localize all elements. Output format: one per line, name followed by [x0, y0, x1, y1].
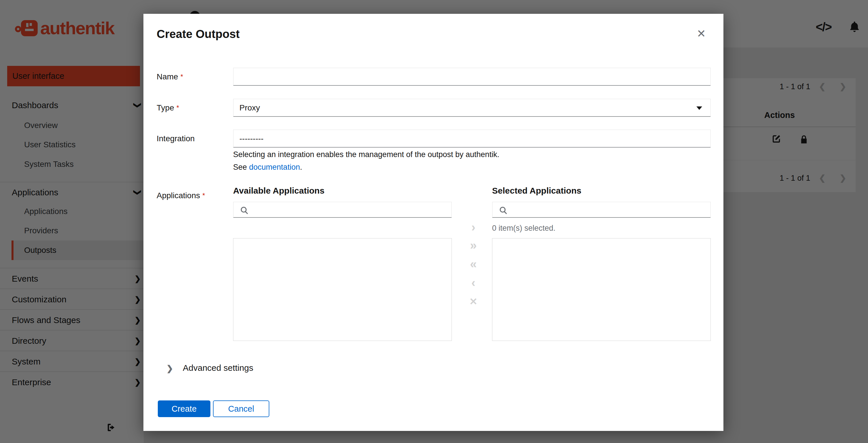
name-label: Name* — [157, 68, 183, 86]
applications-label-text: Applications — [157, 191, 200, 200]
name-input[interactable] — [233, 68, 711, 86]
move-all-left-icon[interactable]: « — [462, 258, 485, 270]
create-outpost-modal: Create Outpost ✕ Name* Type* Proxy Integ… — [144, 14, 723, 431]
move-selected-right-icon[interactable]: › — [462, 221, 485, 234]
integration-label-text: Integration — [157, 134, 194, 143]
required-asterisk: * — [181, 73, 183, 81]
available-search-input[interactable] — [233, 202, 452, 218]
see-suffix: . — [300, 163, 302, 172]
selected-applications-list[interactable] — [492, 238, 711, 341]
close-icon[interactable]: ✕ — [697, 27, 706, 40]
cancel-button[interactable]: Cancel — [213, 401, 269, 417]
available-applications-list[interactable] — [233, 238, 452, 341]
type-label: Type* — [157, 99, 179, 117]
move-selected-left-icon[interactable]: ‹ — [462, 276, 485, 289]
integration-select-value: --------- — [240, 134, 264, 143]
required-asterisk: * — [177, 104, 179, 112]
search-icon — [498, 205, 508, 215]
documentation-link[interactable]: documentation — [249, 163, 300, 172]
integration-help-text: Selecting an integration enables the man… — [233, 150, 499, 159]
advanced-settings-toggle[interactable]: Advanced settings — [183, 363, 253, 373]
selected-search-input[interactable] — [492, 202, 711, 218]
type-label-text: Type — [157, 103, 174, 112]
see-text: See — [233, 163, 249, 172]
search-icon — [240, 205, 249, 215]
selected-count-text: 0 item(s) selected. — [492, 224, 556, 233]
integration-label: Integration — [157, 129, 194, 148]
type-select[interactable]: Proxy — [233, 99, 711, 117]
app-screen: authentik User interface Dashboards ❯ Ov… — [0, 0, 868, 443]
move-all-right-icon[interactable]: » — [462, 239, 485, 252]
clear-selection-icon[interactable]: ✕ — [462, 295, 485, 308]
name-label-text: Name — [157, 72, 178, 81]
type-select-value: Proxy — [240, 103, 260, 112]
integration-doc-line: See documentation. — [233, 163, 302, 172]
integration-select[interactable]: --------- — [233, 129, 711, 148]
advanced-expand-chevron-icon[interactable]: ❯ — [166, 364, 173, 373]
required-asterisk: * — [202, 191, 205, 199]
create-button[interactable]: Create — [158, 401, 210, 417]
modal-title: Create Outpost — [157, 28, 240, 40]
caret-down-icon — [696, 107, 702, 110]
applications-label: Applications* — [157, 189, 205, 203]
available-applications-title: Available Applications — [233, 186, 324, 196]
selected-applications-title: Selected Applications — [492, 186, 582, 196]
